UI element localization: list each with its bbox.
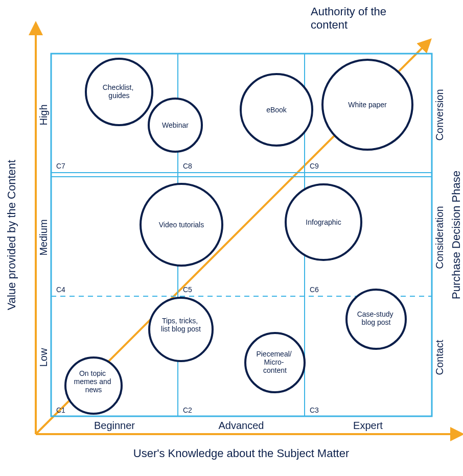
diag-title-line2: content bbox=[311, 18, 348, 31]
phase-contact: Contact bbox=[434, 340, 445, 375]
bubble-tips-tricks: Tips, tricks, list blog post bbox=[149, 298, 213, 361]
cell-c7: C7 bbox=[56, 162, 65, 170]
x-axis-title: User's Knowledge about the Subject Matte… bbox=[133, 447, 349, 460]
cell-c3: C3 bbox=[310, 406, 319, 414]
cell-c2: C2 bbox=[183, 406, 192, 414]
cell-c6: C6 bbox=[310, 285, 319, 294]
svg-text:Case-study
      blog post: Case-study blog post bbox=[357, 310, 396, 326]
svg-text:Video tutorials: Video tutorials bbox=[159, 221, 204, 229]
bubble-checklist-guides: Checklist, guides bbox=[86, 59, 152, 125]
y-axis-title: Value provided by the Content bbox=[5, 160, 18, 310]
svg-text:eBook: eBook bbox=[266, 106, 287, 114]
svg-text:Tips, tricks,
      list blog : Tips, tricks, list blog post bbox=[161, 317, 201, 333]
bubble-piecemeal: Piecemeal/ Micro- content bbox=[245, 333, 305, 392]
svg-text:White paper: White paper bbox=[348, 101, 387, 109]
diag-title-line1: Authority of the bbox=[311, 5, 386, 18]
bubble-webinar: Webinar bbox=[149, 99, 202, 152]
phase-consideration: Consideration bbox=[434, 206, 445, 269]
y-tick-high: High bbox=[38, 104, 49, 125]
phase-conversion: Conversion bbox=[434, 89, 445, 140]
bubble-infographic: Infographic bbox=[286, 184, 361, 260]
x-tick-beginner: Beginner bbox=[94, 420, 135, 431]
svg-text:Webinar: Webinar bbox=[162, 121, 189, 129]
cell-c5: C5 bbox=[183, 285, 192, 294]
diagonal-axis-title: Authority of the content bbox=[311, 5, 389, 31]
bubble-case-study: Case-study blog post bbox=[346, 290, 406, 349]
bubble-white-paper: White paper bbox=[322, 60, 412, 150]
x-tick-advanced: Advanced bbox=[219, 420, 264, 431]
cell-c4: C4 bbox=[56, 285, 65, 294]
cell-c1: C1 bbox=[56, 406, 65, 414]
cell-c9: C9 bbox=[310, 162, 319, 170]
content-matrix-chart: C1 C2 C3 C4 C5 C6 C7 C8 C9 Checklist, gu… bbox=[0, 0, 463, 476]
bubble-ebook: eBook bbox=[241, 74, 312, 146]
bubble-memes-news: On topic memes and news bbox=[65, 358, 122, 414]
y-tick-medium: Medium bbox=[38, 219, 49, 255]
bubble-video-tutorials: Video tutorials bbox=[141, 184, 222, 266]
y-tick-low: Low bbox=[38, 348, 49, 367]
cell-c8: C8 bbox=[183, 162, 192, 170]
x-tick-expert: Expert bbox=[353, 420, 383, 431]
right-axis-title: Purchase Decision Phase bbox=[450, 171, 462, 299]
svg-text:Infographic: Infographic bbox=[306, 218, 341, 226]
